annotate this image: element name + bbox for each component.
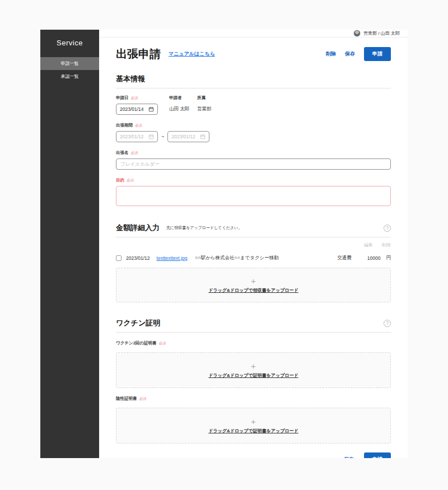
expense-table-row: 2023/01/12 texttexttext.jpg ○○駅から株式会社○○ま…	[116, 255, 391, 262]
purpose-field: 目的必須	[116, 178, 391, 206]
content: 出張申請 マニュアルはこちら 削除 保存 申請 基本情報 申請日必須	[99, 38, 408, 458]
required-badge: 必須	[135, 123, 142, 127]
row-checkbox[interactable]	[116, 255, 122, 261]
applicant-field: 申請者 山田 太郎	[169, 95, 197, 115]
vaccine-cert-dropzone-label: ドラッグ&ドロップで証明書をアップロード	[208, 372, 298, 379]
purpose-label: 目的必須	[116, 178, 391, 183]
user-avatar[interactable]	[353, 30, 361, 37]
plus-icon: +	[251, 417, 256, 426]
footer-save-button[interactable]: 保存	[344, 456, 354, 458]
vaccine-section-head: ワクチン証明 ?	[116, 318, 391, 333]
help-icon[interactable]: ?	[384, 320, 391, 327]
expense-section-head: 金額詳細入力 先に領収書をアップロードしてください。 ?	[116, 223, 391, 237]
trip-period-label: 出張期間必須	[116, 123, 391, 128]
trip-name-label: 出張名必須	[116, 150, 391, 156]
calendar-icon	[200, 134, 206, 139]
save-button[interactable]: 保存	[345, 50, 355, 58]
application-date-label: 申請日必須	[116, 95, 169, 101]
trip-name-input[interactable]	[116, 158, 391, 170]
department-value: 営業部	[197, 106, 212, 113]
submit-button[interactable]: 申請	[364, 47, 391, 61]
app-logo: Service	[40, 30, 99, 57]
expense-heading: 金額詳細入力	[116, 223, 160, 233]
required-badge: 必須	[131, 96, 138, 100]
basic-info-heading: 基本情報	[116, 74, 145, 84]
manual-link[interactable]: マニュアルはこちら	[169, 50, 215, 58]
trip-period-inputs: 2023/01/12 ~ 2023/01/12	[116, 128, 391, 142]
trip-period-field: 出張期間必須 2023/01/12 ~ 2023/01/12	[116, 123, 391, 142]
expense-date: 2023/01/12	[126, 255, 150, 261]
required-badge: 必須	[159, 341, 166, 345]
delete-button[interactable]: 削除	[326, 50, 336, 58]
expense-row-actions: 編集 削除	[116, 242, 391, 248]
receipt-file-link[interactable]: texttexttext.jpg	[157, 255, 188, 261]
trip-end-date-input[interactable]: 2023/01/12	[167, 131, 209, 142]
user-name: 営業部 / 山田 太郎	[363, 30, 400, 36]
help-icon[interactable]: ?	[384, 225, 391, 232]
plus-icon: +	[251, 362, 256, 370]
footer-submit-button[interactable]: 申請	[364, 452, 391, 458]
vaccine-cert-dropzone[interactable]: + ドラッグ&ドロップで証明書をアップロード	[116, 352, 391, 388]
sidebar-item-approvals[interactable]: 承認一覧	[40, 70, 99, 83]
vaccine-cert-label: ワクチン2回の証明書必須	[116, 340, 391, 346]
main-panel: 営業部 / 山田 太郎 出張申請 マニュアルはこちら 削除 保存 申請 基本情報	[99, 30, 408, 458]
basic-info-row-1: 申請日必須 2023/01/14 申請者 山田 太郎 所属 営業部	[116, 95, 391, 115]
calendar-icon	[148, 106, 154, 112]
edit-row-button[interactable]: 編集	[364, 242, 373, 248]
receipt-dropzone[interactable]: + ドラッグ&ドロップで領収書をアップロード	[116, 268, 391, 302]
required-badge: 必須	[139, 396, 147, 400]
topbar: 営業部 / 山田 太郎	[99, 30, 408, 38]
receipt-dropzone-label: ドラッグ&ドロップで領収書をアップロード	[208, 287, 298, 293]
footer-actions: 保存 申請	[116, 452, 391, 458]
plus-icon: +	[251, 277, 256, 285]
title-row: 出張申請 マニュアルはこちら 削除 保存 申請	[116, 46, 391, 62]
applicant-label: 申請者	[169, 95, 197, 101]
sidebar-item-label: 承認一覧	[61, 74, 79, 79]
department-label: 所属	[197, 95, 212, 101]
trip-name-field: 出張名必須	[116, 150, 391, 170]
page-title: 出張申請	[116, 46, 161, 62]
delete-row-button[interactable]: 削除	[382, 242, 391, 248]
sidebar-item-label: 申請一覧	[61, 61, 79, 66]
basic-info-section-head: 基本情報	[116, 74, 391, 88]
negative-cert-label: 陰性証明書必須	[116, 396, 391, 402]
purpose-textarea[interactable]	[116, 186, 391, 206]
applicant-value: 山田 太郎	[169, 106, 197, 113]
period-separator: ~	[161, 134, 164, 142]
department-field: 所属 営業部	[197, 95, 212, 115]
vaccine-heading: ワクチン証明	[116, 318, 160, 328]
app-card: Service 申請一覧 承認一覧 営業部 / 山田 太郎 出張申請 マニュアル…	[40, 30, 408, 458]
expense-description: ○○駅から株式会社○○までタクシー移動	[195, 255, 278, 262]
expense-note: 先に領収書をアップロードしてください。	[166, 225, 242, 231]
expense-unit: 円	[386, 255, 391, 262]
expense-category: 交通費	[337, 255, 352, 262]
calendar-icon	[148, 134, 154, 139]
application-date-field: 申請日必須 2023/01/14	[116, 95, 169, 115]
required-badge: 必須	[131, 151, 138, 155]
sidebar: Service 申請一覧 承認一覧	[40, 30, 99, 458]
trip-start-date-input[interactable]: 2023/01/12	[116, 131, 158, 142]
sidebar-item-applications[interactable]: 申請一覧	[40, 57, 99, 70]
expense-amount: 10000	[367, 255, 381, 261]
negative-cert-dropzone[interactable]: + ドラッグ&ドロップで証明書をアップロード	[116, 408, 391, 444]
negative-cert-dropzone-label: ドラッグ&ドロップで証明書をアップロード	[208, 428, 298, 434]
application-date-input[interactable]: 2023/01/14	[116, 104, 158, 115]
title-actions: 削除 保存 申請	[326, 47, 391, 61]
required-badge: 必須	[127, 178, 134, 182]
